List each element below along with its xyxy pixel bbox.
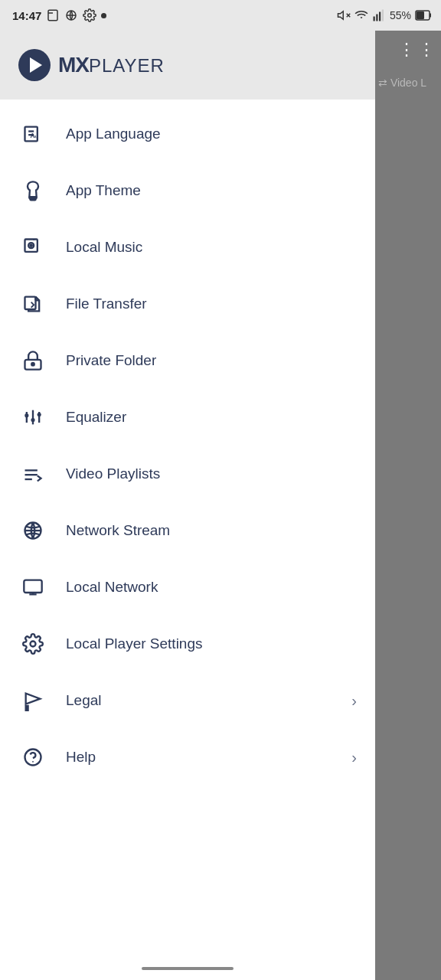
battery-percent: 55% (390, 9, 411, 21)
play-triangle (30, 57, 42, 73)
mute-icon (337, 8, 351, 22)
file-transfer-icon (18, 289, 47, 318)
bottom-bar (142, 967, 234, 970)
dot-indicator (101, 13, 106, 18)
svg-rect-0 (48, 10, 57, 21)
background-overlay: ⋮ ⋮ ⇄ Video L (375, 31, 441, 980)
lock-icon (18, 346, 47, 375)
app-language-label: App Language (66, 126, 357, 142)
svg-point-24 (31, 245, 32, 247)
menu-item-legal[interactable]: Legal › (0, 672, 375, 729)
theme-icon (18, 176, 47, 205)
equalizer-label: Equalizer (66, 409, 357, 426)
svg-rect-21 (31, 199, 36, 201)
menu-item-video-playlists[interactable]: Video Playlists (0, 446, 375, 502)
menu-item-app-theme[interactable]: App Theme (0, 162, 375, 219)
svg-point-36 (38, 413, 41, 416)
svg-text:a: a (34, 134, 37, 139)
battery-icon (415, 10, 432, 21)
status-bar: 14:47 55% (0, 0, 441, 31)
svg-point-48 (32, 761, 34, 763)
svg-rect-11 (379, 12, 381, 21)
menu-item-private-folder[interactable]: Private Folder (0, 332, 375, 389)
overflow-dots: ⋮ (398, 40, 415, 60)
local-player-settings-label: Local Player Settings (66, 635, 357, 652)
menu-item-local-music[interactable]: Local Music (0, 219, 375, 276)
svg-rect-14 (416, 11, 424, 19)
menu-item-file-transfer[interactable]: File Transfer (0, 276, 375, 332)
file-transfer-label: File Transfer (66, 296, 357, 312)
navigation-drawer: MXPLAYER A a App Language (0, 31, 375, 980)
svg-marker-5 (338, 11, 343, 20)
flag-icon (18, 686, 47, 715)
menu-list: A a App Language App Theme (0, 100, 375, 957)
globe-icon (18, 516, 47, 545)
legal-label: Legal (66, 692, 351, 709)
wifi-icon (354, 8, 368, 22)
vpn-icon (64, 8, 78, 22)
svg-point-30 (31, 363, 34, 366)
monitor-icon (18, 573, 47, 602)
no-sim-icon (46, 8, 60, 22)
menu-item-local-network[interactable]: Local Network (0, 559, 375, 616)
logo-player: PLAYER (89, 55, 165, 77)
help-label: Help (66, 749, 351, 766)
logo-mx: MX (58, 53, 89, 77)
menu-item-help[interactable]: Help › (0, 729, 375, 786)
overflow-dots-2: ⋮ (418, 40, 435, 60)
local-network-label: Local Network (66, 579, 357, 596)
svg-rect-10 (376, 15, 377, 21)
logo-play-button (18, 49, 51, 81)
equalizer-icon (18, 403, 47, 432)
svg-rect-26 (25, 297, 36, 309)
menu-item-app-language[interactable]: A a App Language (0, 106, 375, 162)
menu-item-network-stream[interactable]: Network Stream (0, 502, 375, 559)
svg-rect-46 (26, 706, 28, 710)
svg-point-32 (24, 413, 28, 417)
local-music-label: Local Music (66, 239, 357, 256)
network-stream-label: Network Stream (66, 522, 357, 539)
drawer-header: MXPLAYER (0, 31, 375, 100)
svg-rect-12 (382, 10, 384, 21)
app-theme-label: App Theme (66, 182, 357, 199)
settings-icon-status (83, 8, 96, 22)
logo-text: MXPLAYER (58, 53, 165, 77)
help-chevron: › (351, 749, 357, 766)
private-folder-label: Private Folder (66, 352, 357, 369)
legal-chevron: › (351, 692, 357, 710)
menu-item-local-player-settings[interactable]: Local Player Settings (0, 616, 375, 672)
playlist-icon (18, 459, 47, 488)
bottom-indicator (0, 957, 375, 980)
svg-rect-9 (373, 17, 374, 21)
logo: MXPLAYER (18, 49, 165, 81)
language-icon: A a (18, 119, 47, 149)
svg-rect-42 (24, 580, 41, 593)
settings-gear-icon (18, 629, 47, 658)
signal-icon (372, 8, 386, 22)
svg-point-34 (31, 418, 34, 422)
music-icon (18, 233, 47, 262)
status-right: 55% (337, 8, 432, 22)
video-playlists-label: Video Playlists (66, 466, 357, 482)
menu-item-equalizer[interactable]: Equalizer (0, 389, 375, 446)
status-time: 14:47 (12, 9, 41, 22)
svg-point-45 (31, 642, 36, 647)
right-content-text: ⇄ Video L (375, 69, 441, 96)
right-top-icons: ⋮ ⋮ (375, 31, 441, 69)
help-icon (18, 743, 47, 772)
svg-point-4 (88, 14, 92, 18)
